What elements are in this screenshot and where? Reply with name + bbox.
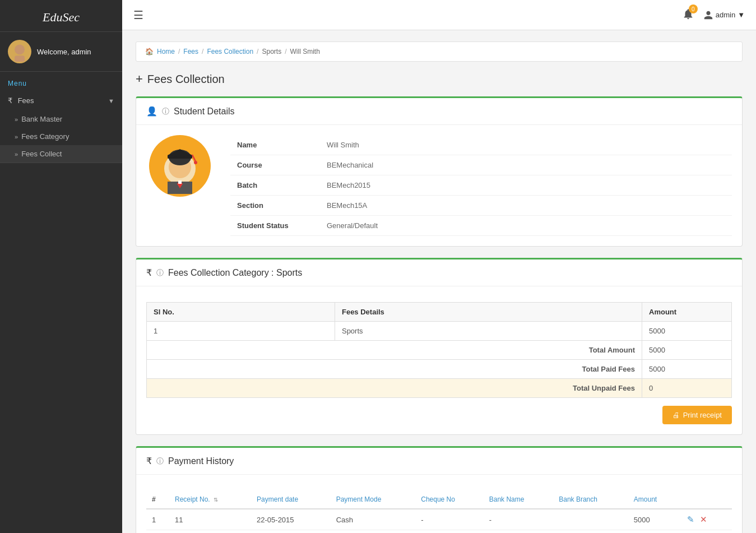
delete-payment-button[interactable]: ✕: [698, 515, 709, 525]
payment-col-date: Payment date: [251, 490, 331, 509]
page-title-text: Fees Collection: [147, 73, 225, 86]
sidebar-item-label: Fees Category: [21, 132, 69, 141]
student-field-row: NameWill Smith: [230, 135, 732, 155]
fees-table-row: 1 Sports 5000: [147, 322, 732, 341]
sidebar-user: Welcome, admin: [0, 32, 122, 72]
payment-amount: 5000: [628, 509, 680, 530]
student-field-row: BatchBEMech2015: [230, 175, 732, 196]
breadcrumb-sep1: /: [178, 48, 180, 55]
chevron-right-icon: »: [15, 133, 18, 140]
payment-history-title: Payment History: [168, 456, 234, 466]
fees-section: ₹ Fees ▼ » Bank Master » Fees Category »…: [0, 91, 122, 163]
sidebar-item-fees-category[interactable]: » Fees Category: [0, 128, 122, 145]
svg-rect-11: [178, 180, 182, 184]
breadcrumb-fees-collection[interactable]: Fees Collection: [207, 48, 253, 55]
print-btn-label: Print receipt: [683, 411, 722, 419]
student-field-value: BEMechanical: [320, 155, 732, 175]
sidebar: EduSec Welcome, admin Menu ₹ Fees ▼ » Ba…: [0, 0, 122, 533]
payment-bank-branch: [553, 509, 628, 530]
total-unpaid-value: 0: [642, 379, 732, 398]
student-avatar: [149, 135, 211, 197]
topbar: ☰ 0 admin ▼: [122, 0, 756, 30]
breadcrumb-fees[interactable]: Fees: [183, 48, 198, 55]
breadcrumb-sep2: /: [202, 48, 203, 55]
sidebar-username: Welcome, admin: [37, 48, 91, 56]
topbar-left: ☰: [133, 8, 143, 22]
app-logo: EduSec: [0, 0, 122, 32]
fees-details: Sports: [335, 322, 642, 341]
payment-cheque-no: -: [415, 509, 484, 530]
payment-history-card: ₹ ⓘ Payment History # Receipt No. ⇅ Paym…: [136, 446, 743, 533]
student-field-label: Student Status: [230, 216, 320, 236]
rupee-icon: ₹: [8, 96, 12, 105]
print-receipt-button[interactable]: 🖨 Print receipt: [662, 406, 732, 424]
payment-col-actions: [680, 490, 732, 509]
sidebar-item-label: Bank Master: [21, 115, 62, 123]
breadcrumb-sep4: /: [285, 48, 286, 55]
fees-sl: 1: [147, 322, 335, 341]
payment-col-mode: Payment Mode: [331, 490, 416, 509]
student-field-value: General/Default: [320, 216, 732, 236]
payment-col-bank: Bank Name: [484, 490, 554, 509]
breadcrumb: 🏠 Home / Fees / Fees Collection / Sports…: [136, 41, 743, 62]
admin-dropdown-icon: ▼: [738, 11, 745, 19]
student-details-header: 👤 ⓘ Student Details: [136, 98, 742, 125]
user-icon: [703, 10, 713, 20]
fees-table: Sl No. Fees Details Amount 1 Sports 5000…: [146, 302, 732, 398]
student-avatar-wrap: [146, 135, 214, 197]
fees-table-header-details: Fees Details: [335, 303, 642, 322]
student-field-value: BEMech15A: [320, 196, 732, 216]
fees-collection-header: ₹ ⓘ Fees Collection Category : Sports: [136, 259, 742, 286]
payment-table: # Receipt No. ⇅ Payment date Payment Mod…: [146, 490, 732, 530]
sidebar-item-fees-collect[interactable]: » Fees Collect: [0, 145, 122, 163]
student-field-row: Student StatusGeneral/Default: [230, 216, 732, 236]
payment-date: 22-05-2015: [251, 509, 331, 530]
fees-menu-item[interactable]: ₹ Fees ▼: [0, 91, 122, 110]
breadcrumb-home[interactable]: Home: [157, 48, 175, 55]
sidebar-menu-label: Menu: [0, 72, 122, 91]
payment-index: 1: [146, 509, 169, 530]
sidebar-item-label: Fees Collect: [21, 150, 62, 158]
payment-col-hash: #: [146, 490, 169, 509]
student-field-row: SectionBEMech15A: [230, 196, 732, 216]
fees-info-icon: ⓘ: [156, 268, 164, 278]
chevron-down-icon: ▼: [108, 98, 114, 104]
hamburger-button[interactable]: ☰: [133, 8, 143, 22]
topbar-right: 0 admin ▼: [682, 8, 745, 22]
admin-menu[interactable]: admin ▼: [703, 10, 745, 20]
notifications-button[interactable]: 0: [682, 8, 694, 22]
student-field-value: BEMech2015: [320, 175, 732, 196]
payment-receipt-no: 11: [169, 509, 251, 530]
edit-payment-button[interactable]: ✎: [685, 515, 696, 525]
sidebar-item-bank-master[interactable]: » Bank Master: [0, 110, 122, 128]
notification-badge: 0: [689, 4, 698, 13]
fees-collection-title: Fees Collection Category : Sports: [168, 268, 302, 278]
avatar: [8, 40, 31, 63]
rupee-section-icon: ₹: [146, 267, 152, 278]
fees-collection-body: Sl No. Fees Details Amount 1 Sports 5000…: [136, 286, 742, 434]
fees-table-header-sl: Sl No.: [147, 303, 335, 322]
chevron-right-icon: »: [15, 116, 18, 123]
student-info-table: NameWill SmithCourseBEMechanicalBatchBEM…: [230, 135, 732, 236]
payment-col-cheque: Cheque No: [415, 490, 484, 509]
fees-table-header-amount: Amount: [642, 303, 732, 322]
graduation-avatar-icon: [152, 138, 208, 194]
total-paid-row: Total Paid Fees 5000: [147, 360, 732, 379]
student-field-value: Will Smith: [320, 135, 732, 155]
admin-name: admin: [716, 11, 735, 19]
total-unpaid-label: Total Unpaid Fees: [147, 379, 642, 398]
info-icon: ⓘ: [162, 106, 169, 117]
payment-col-receipt[interactable]: Receipt No. ⇅: [169, 490, 251, 509]
payment-bank-name: -: [484, 509, 554, 530]
payment-col-branch: Bank Branch: [553, 490, 628, 509]
payment-actions: ✎ ✕: [680, 509, 732, 530]
total-amount-label: Total Amount: [147, 341, 642, 360]
student-field-label: Course: [230, 155, 320, 175]
printer-icon: 🖨: [672, 411, 680, 419]
student-details-card: 👤 ⓘ Student Details: [136, 96, 743, 247]
payment-table-row: 1 11 22-05-2015 Cash - - 5000 ✎ ✕: [146, 509, 732, 530]
student-field-label: Batch: [230, 175, 320, 196]
chevron-right-icon: »: [15, 151, 18, 157]
svg-point-0: [15, 44, 25, 54]
svg-point-8: [194, 161, 197, 164]
